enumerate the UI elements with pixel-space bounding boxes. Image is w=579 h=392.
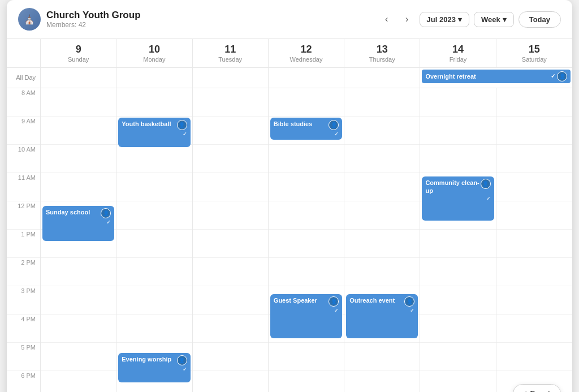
- outreach-event-inner: Outreach event👤: [349, 296, 414, 307]
- time-grid: 8 AM9 AM10 AM11 AM12 PM1 PM2 PM3 PM4 PM5…: [7, 88, 572, 392]
- hour-line: [193, 343, 268, 371]
- hour-line: [41, 371, 116, 392]
- day-header-row: 9 Sunday 10 Monday 11 Tuesday 12 Wednesd…: [7, 39, 572, 68]
- time-slot-5pm: 5 PM: [7, 343, 40, 371]
- sunday-school-avatar: 👤: [101, 208, 111, 218]
- overnight-retreat-check: ✓: [551, 73, 555, 79]
- group-name: Church Youth Group: [46, 10, 141, 21]
- guest-speaker-event[interactable]: Guest Speaker👤✓: [270, 294, 342, 338]
- sunday-school-event[interactable]: Sunday school👤✓: [42, 206, 114, 241]
- hour-line: [420, 145, 495, 173]
- outreach-event-label: Outreach event: [349, 296, 404, 304]
- hour-line: [269, 88, 344, 117]
- hour-line: [116, 286, 192, 315]
- guest-speaker-label: Guest Speaker: [274, 296, 329, 304]
- time-slot-1pm: 1 PM: [7, 230, 40, 258]
- hour-line: [41, 173, 116, 201]
- overnight-retreat-event[interactable]: Overnight retreat ✓ 👤: [422, 70, 571, 83]
- hour-line: [41, 343, 116, 371]
- evening-worship-inner: Evening worship👤: [122, 355, 187, 365]
- time-slot-3pm: 3 PM: [7, 286, 40, 315]
- bible-studies-footer: ✓: [274, 131, 339, 137]
- bible-studies-avatar: 👤: [329, 120, 339, 130]
- hour-line: [41, 286, 116, 315]
- hour-line: [344, 371, 420, 392]
- hour-line: [193, 173, 268, 201]
- day-header-thu: 13 Thursday: [344, 39, 420, 67]
- hour-line: [496, 286, 572, 315]
- youth-basketball-event[interactable]: Youth basketball👤✓: [118, 118, 190, 147]
- week-view-button[interactable]: Week ▾: [474, 12, 514, 27]
- month-year-button[interactable]: Jul 2023 ▾: [420, 12, 469, 27]
- time-slot-10am: 10 AM: [7, 145, 40, 173]
- hour-line: [41, 117, 116, 145]
- allday-cell-mon: [116, 68, 192, 88]
- allday-row: All Day Overnight retreat ✓ 👤: [7, 68, 572, 88]
- hour-line: [193, 201, 268, 230]
- day-num-9: 9: [43, 44, 114, 56]
- add-event-button[interactable]: + Event: [513, 384, 561, 392]
- hour-line: [269, 201, 344, 230]
- hour-line: [420, 258, 495, 286]
- hour-line: [496, 258, 572, 286]
- time-slot-11am: 11 AM: [7, 173, 40, 201]
- hour-line: [116, 145, 192, 173]
- hour-line: [269, 371, 344, 392]
- allday-cell-sun: [41, 68, 116, 88]
- prev-button[interactable]: ‹: [379, 11, 395, 27]
- time-slot-4pm: 4 PM: [7, 315, 40, 343]
- day-num-12: 12: [271, 44, 342, 56]
- day-header-fri: 14 Friday: [420, 39, 496, 67]
- guest-speaker-footer: ✓: [274, 308, 339, 313]
- month-year-label: Jul 2023: [427, 15, 456, 24]
- community-cleanup-label: Community clean-up: [425, 179, 480, 195]
- group-info: Church Youth Group Members: 42: [46, 10, 141, 29]
- time-slot-12pm: 12 PM: [7, 201, 40, 230]
- group-avatar: ⛪: [18, 8, 41, 31]
- hour-line: [496, 88, 572, 117]
- time-slot-8am: 8 AM: [7, 88, 40, 117]
- hour-line: [269, 230, 344, 258]
- outreach-event-check: ✓: [410, 308, 414, 313]
- community-cleanup-avatar: 👤: [481, 179, 491, 189]
- hour-line: [193, 371, 268, 392]
- hour-line: [344, 145, 420, 173]
- sunday-school-check: ✓: [106, 219, 111, 225]
- hour-line: [41, 88, 116, 117]
- hour-line: [269, 343, 344, 371]
- guest-speaker-inner: Guest Speaker👤: [274, 296, 339, 307]
- outreach-event-event[interactable]: Outreach event👤✓: [346, 294, 418, 338]
- hour-line: [116, 88, 192, 117]
- hour-line: [496, 117, 572, 145]
- allday-cell-fri-sat: Overnight retreat ✓ 👤: [420, 68, 572, 88]
- hour-line: [193, 315, 268, 343]
- evening-worship-label: Evening worship: [122, 355, 176, 363]
- community-cleanup-footer: ✓: [425, 196, 490, 201]
- community-cleanup-event[interactable]: Community clean-up👤✓: [422, 176, 494, 221]
- calendar-body: 8 AM9 AM10 AM11 AM12 PM1 PM2 PM3 PM4 PM5…: [7, 88, 572, 392]
- today-button[interactable]: Today: [518, 11, 561, 28]
- calendar-container: ⛪ Church Youth Group Members: 42 ‹ › Jul…: [7, 0, 572, 392]
- evening-worship-event[interactable]: Evening worship👤✓: [118, 353, 190, 382]
- day-col-thu: Outreach event👤✓: [344, 88, 420, 392]
- day-name-thu: Thursday: [347, 56, 417, 63]
- allday-cell-thu: [344, 68, 420, 88]
- hour-line: [116, 230, 192, 258]
- hour-line: [496, 201, 572, 230]
- hour-line: [193, 88, 268, 117]
- hour-line: [193, 117, 268, 145]
- hour-line: [420, 117, 495, 145]
- hour-line: [269, 145, 344, 173]
- bible-studies-check: ✓: [334, 131, 339, 137]
- day-header-mon: 10 Monday: [116, 39, 192, 67]
- allday-cell-wed: [269, 68, 344, 88]
- next-button[interactable]: ›: [399, 11, 415, 27]
- hour-line: [116, 315, 192, 343]
- members-count: Members: 42: [46, 21, 141, 29]
- allday-label: All Day: [7, 68, 41, 88]
- month-dropdown-icon: ▾: [458, 15, 462, 24]
- hour-line: [116, 173, 192, 201]
- bible-studies-event[interactable]: Bible studies👤✓: [270, 118, 342, 140]
- day-col-wed: Bible studies👤✓Guest Speaker👤✓: [269, 88, 344, 392]
- day-num-10: 10: [119, 44, 189, 56]
